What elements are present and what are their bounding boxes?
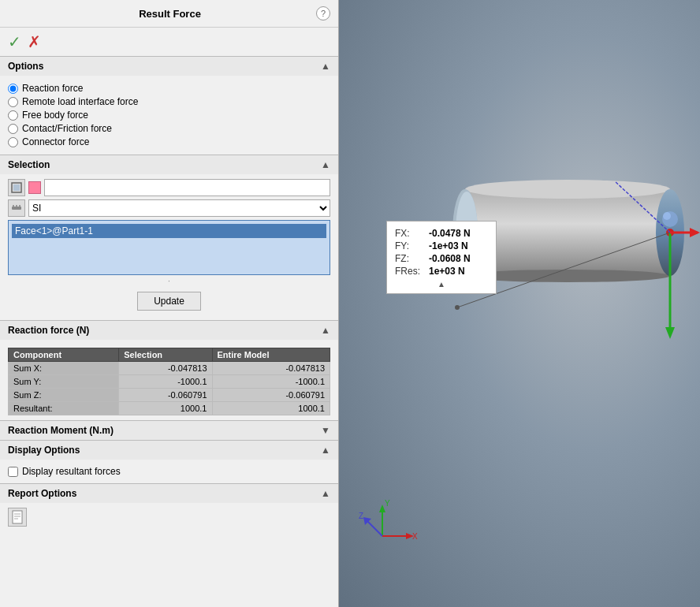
fx-value: -0.0478 N — [429, 228, 471, 239]
col-component: Component — [9, 348, 119, 362]
force-table-chevron: ▲ — [321, 325, 330, 336]
row0-selection: -0.047813 — [119, 362, 212, 375]
radio-reaction-input[interactable] — [8, 84, 18, 94]
table-row: Sum Y: -1000.1 -1000.1 — [9, 375, 330, 389]
fy-row: FY: -1e+03 N — [395, 240, 488, 251]
svg-rect-1 — [13, 184, 20, 191]
moment-label: Reaction Moment (N.m) — [8, 425, 114, 436]
face-select-icon[interactable] — [8, 179, 25, 196]
moment-chevron: ▼ — [321, 425, 330, 436]
left-panel: Result Force ? ✓ ✗ Options ▲ Reaction fo… — [0, 0, 339, 607]
title-bar: Result Force ? — [0, 0, 338, 28]
fx-row: FX: -0.0478 N — [395, 228, 488, 239]
radio-remote-load[interactable]: Remote load interface force — [8, 96, 330, 107]
row1-entire: -1000.1 — [212, 375, 330, 389]
selection-header[interactable]: Selection ▲ — [0, 155, 338, 174]
moment-header[interactable]: Reaction Moment (N.m) ▼ — [0, 421, 338, 440]
units-icon — [8, 199, 25, 217]
moment-section: Reaction Moment (N.m) ▼ — [0, 420, 338, 440]
svg-line-30 — [367, 520, 382, 536]
radio-remote-label: Remote load interface force — [22, 96, 138, 107]
radio-freebody-label: Free body force — [22, 110, 88, 121]
force-popup: FX: -0.0478 N FY: -1e+03 N FZ: -0.0608 N… — [386, 221, 497, 294]
help-button[interactable]: ? — [316, 6, 330, 20]
ruler-icon — [10, 202, 23, 214]
radio-reaction-force[interactable]: Reaction force — [8, 83, 330, 94]
selection-chevron: ▲ — [321, 159, 330, 170]
units-row: SI mm — [8, 199, 330, 217]
display-resultant-label: Display resultant forces — [22, 466, 121, 477]
radio-contact-input[interactable] — [8, 124, 18, 134]
update-button[interactable]: Update — [137, 292, 201, 311]
radio-connector-input[interactable] — [8, 137, 18, 147]
row0-component: Sum X: — [9, 362, 119, 375]
radio-connector-label: Connector force — [22, 136, 89, 147]
document-icon — [10, 510, 24, 524]
report-doc-icon[interactable] — [8, 508, 27, 527]
display-header[interactable]: Display Options ▲ — [0, 441, 338, 460]
y-axis-label: Y — [385, 499, 390, 508]
x-axis-label: X — [412, 532, 418, 541]
face-list-item[interactable]: Face<1>@Part1-1 — [12, 224, 326, 238]
report-header[interactable]: Report Options ▲ — [0, 484, 338, 503]
table-row: Resultant: 1000.1 1000.1 — [9, 402, 330, 415]
action-bar: ✓ ✗ — [0, 28, 338, 56]
radio-contact-friction[interactable]: Contact/Friction force — [8, 123, 330, 134]
face-list: Face<1>@Part1-1 — [8, 220, 330, 275]
cancel-button[interactable]: ✗ — [28, 32, 41, 51]
col-entire: Entire Model — [212, 348, 330, 362]
options-content: Reaction force Remote load interface for… — [0, 76, 338, 155]
row3-component: Resultant: — [9, 402, 119, 415]
force-table-content: Component Selection Entire Model Sum X: … — [0, 340, 338, 420]
row2-entire: -0.060791 — [212, 389, 330, 402]
svg-rect-2 — [12, 207, 21, 210]
force-table-section: Reaction force (N) ▲ Component Selection… — [0, 320, 338, 420]
row3-entire: 1000.1 — [212, 402, 330, 415]
display-resultant-checkbox[interactable] — [8, 467, 18, 477]
svg-marker-20 — [665, 327, 675, 339]
display-content: Display resultant forces — [0, 460, 338, 483]
selection-content: SI mm Face<1>@Part1-1 · Update — [0, 174, 338, 320]
svg-rect-6 — [13, 511, 22, 523]
display-chevron: ▲ — [321, 445, 330, 456]
radio-free-body[interactable]: Free body force — [8, 110, 330, 121]
radio-freebody-input[interactable] — [8, 110, 18, 121]
confirm-button[interactable]: ✓ — [8, 32, 21, 51]
fy-label: FY: — [395, 240, 423, 251]
fres-label: FRes: — [395, 266, 423, 277]
row2-component: Sum Z: — [9, 389, 119, 402]
col-selection: Selection — [119, 348, 212, 362]
display-resultant-option[interactable]: Display resultant forces — [8, 464, 330, 479]
display-label: Display Options — [8, 445, 80, 456]
force-table-header[interactable]: Reaction force (N) ▲ — [0, 321, 338, 340]
selection-section: Selection ▲ — [0, 155, 338, 320]
right-panel: Y X Z FX: -0.0478 N FY: -1e+03 N FZ: -0.… — [339, 0, 700, 607]
selection-label: Selection — [8, 159, 50, 170]
radio-reaction-label: Reaction force — [22, 83, 83, 94]
fz-row: FZ: -0.0608 N — [395, 253, 488, 264]
radio-remote-input[interactable] — [8, 97, 18, 107]
options-section: Options ▲ Reaction force Remote load int… — [0, 56, 338, 155]
radio-connector[interactable]: Connector force — [8, 136, 330, 147]
options-header[interactable]: Options ▲ — [0, 57, 338, 76]
svg-point-17 — [663, 212, 671, 220]
z-axis-label: Z — [359, 512, 363, 520]
color-indicator — [28, 181, 41, 194]
svg-point-11 — [465, 180, 670, 199]
svg-point-25 — [455, 305, 460, 310]
units-dropdown[interactable]: SI mm — [28, 199, 330, 217]
row3-selection: 1000.1 — [119, 402, 212, 415]
radio-contact-label: Contact/Friction force — [22, 123, 112, 134]
fy-value: -1e+03 N — [429, 240, 468, 251]
fz-value: -0.0608 N — [429, 253, 471, 264]
svg-marker-22 — [690, 228, 700, 237]
face-text-input[interactable] — [44, 179, 330, 196]
fz-label: FZ: — [395, 253, 423, 264]
row0-entire: -0.047813 — [212, 362, 330, 375]
collapse-popup-button[interactable]: ▲ — [395, 280, 488, 289]
panel-title: Result Force — [24, 8, 316, 20]
table-row: Sum X: -0.047813 -0.047813 — [9, 362, 330, 375]
scroll-indicator: · — [8, 275, 330, 287]
report-icons — [0, 503, 338, 531]
options-label: Options — [8, 61, 43, 72]
